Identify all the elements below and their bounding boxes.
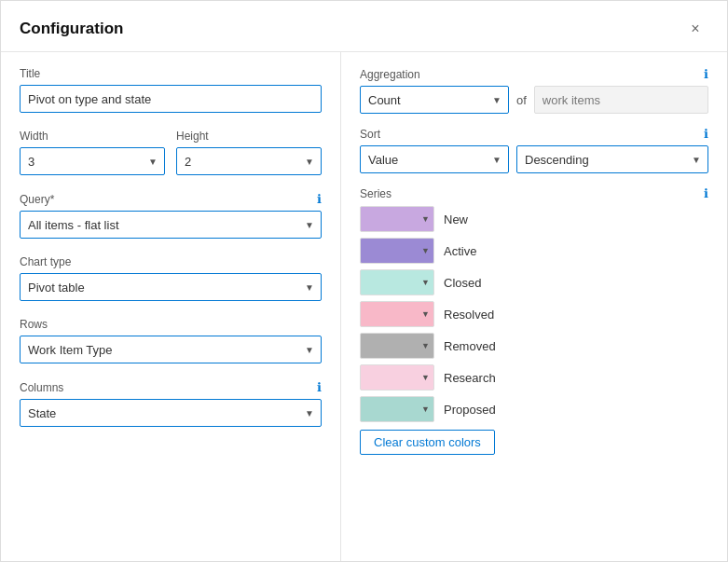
query-field-group: Query* ℹ All items - flat list ▼ [20, 192, 322, 239]
series-item-removed: ▼ Removed [360, 333, 708, 359]
series-name-closed: Closed [444, 276, 481, 290]
title-field-group: Title [20, 67, 322, 113]
series-item-proposed: ▼ Proposed [360, 396, 708, 422]
modal-title: Configuration [20, 20, 123, 38]
columns-info-icon[interactable]: ℹ [317, 380, 322, 394]
series-list: ▼ New ▼ Active ▼ [360, 206, 708, 422]
chart-type-field-group: Chart type Pivot table Bar Column Line P… [20, 255, 322, 301]
sort-dir-select-wrap: Descending Ascending ▼ [516, 145, 708, 173]
rows-select-wrap: Work Item Type Assigned To Area Path Ite… [20, 336, 322, 363]
series-name-resolved: Resolved [444, 308, 494, 322]
right-panel: Aggregation ℹ Count Sum Average ▼ of [341, 52, 727, 561]
series-item-new: ▼ New [360, 206, 708, 232]
columns-field-group: Columns ℹ State Work Item Type Assigned … [20, 380, 322, 427]
series-name-proposed: Proposed [444, 403, 496, 417]
aggregation-label: Aggregation [360, 68, 420, 81]
series-color-research[interactable]: ▼ [360, 364, 434, 391]
of-input [534, 86, 708, 114]
aggregation-select[interactable]: Count Sum Average [360, 86, 509, 114]
series-item-closed: ▼ Closed [360, 269, 708, 295]
series-color-new[interactable]: ▼ [360, 206, 434, 232]
series-color-active[interactable]: ▼ [360, 238, 434, 264]
series-header: Series ℹ [360, 186, 708, 200]
close-button[interactable]: × [682, 16, 708, 42]
series-name-research: Research [444, 371, 496, 385]
title-input[interactable] [20, 85, 322, 113]
width-label: Width [20, 130, 165, 143]
configuration-modal: Configuration × Title Width 1 2 3 [0, 0, 728, 562]
modal-header: Configuration × [1, 1, 727, 52]
sort-label-row: Sort ℹ [360, 127, 708, 141]
aggregation-info-icon[interactable]: ℹ [704, 67, 708, 81]
sort-dir-select[interactable]: Descending Ascending [516, 145, 708, 173]
columns-select-wrap: State Work Item Type Assigned To ▼ [20, 399, 322, 427]
query-label: Query* [20, 193, 54, 206]
dimensions-row: Width 1 2 3 4 5 6 ▼ Height [20, 130, 322, 175]
rows-select[interactable]: Work Item Type Assigned To Area Path Ite… [20, 336, 322, 363]
width-select-wrap: 1 2 3 4 5 6 ▼ [20, 147, 165, 175]
aggregation-label-row: Aggregation ℹ [360, 67, 708, 81]
series-item-research: ▼ Research [360, 364, 708, 391]
sort-info-icon[interactable]: ℹ [704, 127, 708, 141]
sort-value-select-wrap: Value Label Count ▼ [360, 145, 509, 173]
sort-section: Sort ℹ Value Label Count ▼ Desce [360, 127, 708, 173]
series-section: Series ℹ ▼ New ▼ [360, 186, 708, 455]
series-name-new: New [444, 212, 468, 226]
aggregation-section: Aggregation ℹ Count Sum Average ▼ of [360, 67, 708, 114]
query-select-wrap: All items - flat list ▼ [20, 211, 322, 239]
width-field-group: Width 1 2 3 4 5 6 ▼ [20, 130, 165, 175]
height-field-group: Height 1 2 3 4 5 ▼ [176, 130, 322, 175]
series-info-icon[interactable]: ℹ [704, 186, 708, 200]
series-name-removed: Removed [444, 339, 496, 353]
series-label: Series [360, 187, 391, 200]
clear-colors-button[interactable]: Clear custom colors [360, 430, 495, 455]
series-color-closed[interactable]: ▼ [360, 269, 434, 295]
columns-label-row: Columns ℹ [20, 380, 322, 394]
columns-label: Columns [20, 381, 63, 394]
sort-label: Sort [360, 128, 380, 141]
aggregation-row: Count Sum Average ▼ of [360, 86, 708, 114]
height-label: Height [176, 130, 322, 143]
series-item-active: ▼ Active [360, 238, 708, 264]
chart-type-select-wrap: Pivot table Bar Column Line Pie ▼ [20, 273, 322, 301]
aggregation-select-wrap: Count Sum Average ▼ [360, 86, 509, 114]
height-select[interactable]: 1 2 3 4 5 [176, 147, 322, 175]
columns-select[interactable]: State Work Item Type Assigned To [20, 399, 322, 427]
query-info-icon[interactable]: ℹ [317, 192, 322, 206]
series-item-resolved: ▼ Resolved [360, 301, 708, 327]
title-label: Title [20, 67, 322, 80]
sort-row: Value Label Count ▼ Descending Ascending… [360, 145, 708, 173]
rows-label: Rows [20, 318, 322, 331]
chart-type-select[interactable]: Pivot table Bar Column Line Pie [20, 273, 322, 301]
series-color-resolved[interactable]: ▼ [360, 301, 434, 327]
query-select[interactable]: All items - flat list [20, 211, 322, 239]
chart-type-label: Chart type [20, 255, 322, 268]
left-panel: Title Width 1 2 3 4 5 6 [1, 52, 341, 561]
series-color-removed[interactable]: ▼ [360, 333, 434, 359]
width-select[interactable]: 1 2 3 4 5 6 [20, 147, 165, 175]
query-label-row: Query* ℹ [20, 192, 322, 206]
sort-value-select[interactable]: Value Label Count [360, 145, 509, 173]
series-color-proposed[interactable]: ▼ [360, 396, 434, 422]
of-label: of [516, 93, 527, 107]
height-select-wrap: 1 2 3 4 5 ▼ [176, 147, 322, 175]
rows-field-group: Rows Work Item Type Assigned To Area Pat… [20, 318, 322, 363]
modal-body: Title Width 1 2 3 4 5 6 [1, 52, 727, 561]
series-name-active: Active [444, 244, 476, 258]
